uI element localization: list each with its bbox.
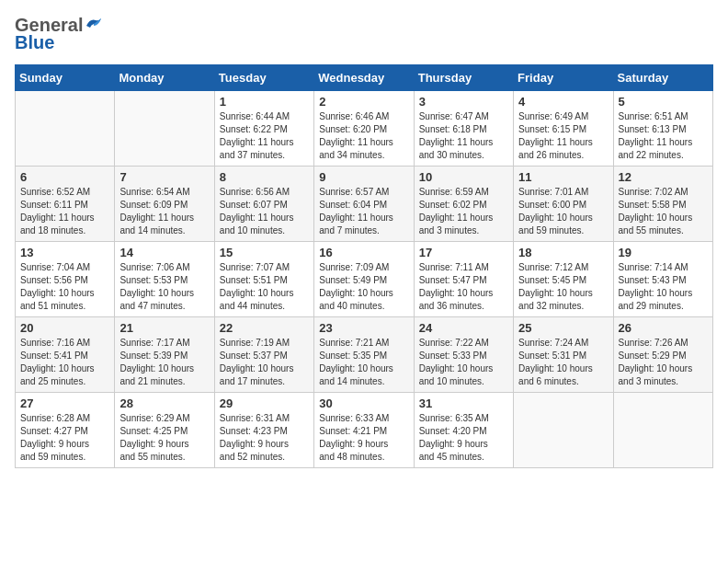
day-info: Sunrise: 7:06 AM Sunset: 5:53 PM Dayligh… <box>119 261 209 313</box>
day-number: 19 <box>619 246 708 259</box>
day-number: 29 <box>220 396 309 410</box>
day-number: 10 <box>419 170 508 184</box>
day-header-tuesday: Tuesday <box>214 65 313 91</box>
calendar-cell: 31Sunrise: 6:35 AM Sunset: 4:20 PM Dayli… <box>414 393 513 468</box>
calendar-cell: 27Sunrise: 6:28 AM Sunset: 4:27 PM Dayli… <box>16 393 115 468</box>
calendar-cell: 2Sunrise: 6:46 AM Sunset: 6:20 PM Daylig… <box>314 91 414 167</box>
calendar-week-row: 13Sunrise: 7:04 AM Sunset: 5:56 PM Dayli… <box>16 242 713 317</box>
day-info: Sunrise: 7:02 AM Sunset: 5:58 PM Dayligh… <box>619 186 708 237</box>
day-number: 5 <box>619 95 708 109</box>
day-number: 2 <box>319 95 408 109</box>
calendar-cell: 24Sunrise: 7:22 AM Sunset: 5:33 PM Dayli… <box>414 317 513 393</box>
day-info: Sunrise: 6:56 AM Sunset: 6:07 PM Dayligh… <box>220 186 309 237</box>
calendar-week-row: 1Sunrise: 6:44 AM Sunset: 6:22 PM Daylig… <box>16 91 713 167</box>
calendar-cell: 17Sunrise: 7:11 AM Sunset: 5:47 PM Dayli… <box>414 242 513 317</box>
calendar-cell: 1Sunrise: 6:44 AM Sunset: 6:22 PM Daylig… <box>214 91 313 167</box>
calendar-cell <box>613 393 712 468</box>
day-info: Sunrise: 6:54 AM Sunset: 6:09 PM Dayligh… <box>119 186 209 237</box>
calendar-cell: 6Sunrise: 6:52 AM Sunset: 6:11 PM Daylig… <box>16 167 115 242</box>
calendar-cell: 18Sunrise: 7:12 AM Sunset: 5:45 PM Dayli… <box>514 242 613 317</box>
calendar-week-row: 6Sunrise: 6:52 AM Sunset: 6:11 PM Daylig… <box>16 167 713 242</box>
day-header-sunday: Sunday <box>16 65 115 91</box>
day-number: 7 <box>119 170 209 184</box>
day-number: 12 <box>619 170 708 184</box>
calendar-cell: 10Sunrise: 6:59 AM Sunset: 6:02 PM Dayli… <box>414 167 513 242</box>
day-header-friday: Friday <box>514 65 613 91</box>
calendar-cell: 7Sunrise: 6:54 AM Sunset: 6:09 PM Daylig… <box>115 167 214 242</box>
day-header-saturday: Saturday <box>613 65 712 91</box>
logo-bird-icon <box>85 17 105 33</box>
day-number: 13 <box>20 246 109 259</box>
day-info: Sunrise: 7:17 AM Sunset: 5:39 PM Dayligh… <box>119 337 209 388</box>
day-info: Sunrise: 7:22 AM Sunset: 5:33 PM Dayligh… <box>419 337 508 388</box>
day-info: Sunrise: 6:57 AM Sunset: 6:04 PM Dayligh… <box>319 186 408 237</box>
calendar-cell: 28Sunrise: 6:29 AM Sunset: 4:25 PM Dayli… <box>115 393 214 468</box>
day-info: Sunrise: 6:47 AM Sunset: 6:18 PM Dayligh… <box>419 110 508 162</box>
day-info: Sunrise: 7:24 AM Sunset: 5:31 PM Dayligh… <box>518 337 608 388</box>
day-number: 27 <box>20 396 109 410</box>
day-number: 20 <box>20 321 109 335</box>
calendar-cell: 29Sunrise: 6:31 AM Sunset: 4:23 PM Dayli… <box>214 393 313 468</box>
day-number: 4 <box>518 95 608 109</box>
day-info: Sunrise: 6:44 AM Sunset: 6:22 PM Dayligh… <box>220 110 309 162</box>
day-info: Sunrise: 7:14 AM Sunset: 5:43 PM Dayligh… <box>619 261 708 313</box>
logo: General Blue <box>15 15 105 53</box>
day-info: Sunrise: 7:16 AM Sunset: 5:41 PM Dayligh… <box>20 337 109 388</box>
calendar-cell: 9Sunrise: 6:57 AM Sunset: 6:04 PM Daylig… <box>314 167 414 242</box>
day-info: Sunrise: 6:59 AM Sunset: 6:02 PM Dayligh… <box>419 186 508 237</box>
calendar-header-row: SundayMondayTuesdayWednesdayThursdayFrid… <box>16 65 713 91</box>
day-header-wednesday: Wednesday <box>314 65 414 91</box>
day-info: Sunrise: 6:31 AM Sunset: 4:23 PM Dayligh… <box>220 412 309 464</box>
calendar-cell: 25Sunrise: 7:24 AM Sunset: 5:31 PM Dayli… <box>514 317 613 393</box>
calendar-cell: 11Sunrise: 7:01 AM Sunset: 6:00 PM Dayli… <box>514 167 613 242</box>
day-number: 3 <box>419 95 508 109</box>
day-number: 1 <box>220 95 309 109</box>
logo-blue: Blue <box>15 32 54 53</box>
page-header: General Blue <box>15 15 713 53</box>
calendar-cell: 15Sunrise: 7:07 AM Sunset: 5:51 PM Dayli… <box>214 242 313 317</box>
calendar-cell: 16Sunrise: 7:09 AM Sunset: 5:49 PM Dayli… <box>314 242 414 317</box>
calendar-cell: 14Sunrise: 7:06 AM Sunset: 5:53 PM Dayli… <box>115 242 214 317</box>
day-number: 18 <box>518 246 608 259</box>
day-number: 30 <box>319 396 408 410</box>
calendar-cell: 22Sunrise: 7:19 AM Sunset: 5:37 PM Dayli… <box>214 317 313 393</box>
calendar-cell: 20Sunrise: 7:16 AM Sunset: 5:41 PM Dayli… <box>16 317 115 393</box>
day-number: 6 <box>20 170 109 184</box>
day-number: 26 <box>619 321 708 335</box>
calendar-cell: 26Sunrise: 7:26 AM Sunset: 5:29 PM Dayli… <box>613 317 712 393</box>
day-info: Sunrise: 7:12 AM Sunset: 5:45 PM Dayligh… <box>518 261 608 313</box>
day-header-monday: Monday <box>115 65 214 91</box>
day-number: 17 <box>419 246 508 259</box>
day-info: Sunrise: 6:35 AM Sunset: 4:20 PM Dayligh… <box>419 412 508 464</box>
day-info: Sunrise: 6:52 AM Sunset: 6:11 PM Dayligh… <box>20 186 109 237</box>
calendar-cell <box>16 91 115 167</box>
calendar-cell: 3Sunrise: 6:47 AM Sunset: 6:18 PM Daylig… <box>414 91 513 167</box>
day-info: Sunrise: 7:19 AM Sunset: 5:37 PM Dayligh… <box>220 337 309 388</box>
day-number: 21 <box>119 321 209 335</box>
calendar-cell: 5Sunrise: 6:51 AM Sunset: 6:13 PM Daylig… <box>613 91 712 167</box>
day-number: 16 <box>319 246 408 259</box>
day-info: Sunrise: 7:01 AM Sunset: 6:00 PM Dayligh… <box>518 186 608 237</box>
day-info: Sunrise: 6:29 AM Sunset: 4:25 PM Dayligh… <box>119 412 209 464</box>
calendar-week-row: 20Sunrise: 7:16 AM Sunset: 5:41 PM Dayli… <box>16 317 713 393</box>
calendar-cell: 8Sunrise: 6:56 AM Sunset: 6:07 PM Daylig… <box>214 167 313 242</box>
day-header-thursday: Thursday <box>414 65 513 91</box>
day-number: 31 <box>419 396 508 410</box>
day-number: 15 <box>220 246 309 259</box>
calendar-cell: 4Sunrise: 6:49 AM Sunset: 6:15 PM Daylig… <box>514 91 613 167</box>
day-info: Sunrise: 7:04 AM Sunset: 5:56 PM Dayligh… <box>20 261 109 313</box>
day-number: 8 <box>220 170 309 184</box>
day-info: Sunrise: 7:11 AM Sunset: 5:47 PM Dayligh… <box>419 261 508 313</box>
calendar-cell: 23Sunrise: 7:21 AM Sunset: 5:35 PM Dayli… <box>314 317 414 393</box>
day-info: Sunrise: 6:28 AM Sunset: 4:27 PM Dayligh… <box>20 412 109 464</box>
day-number: 23 <box>319 321 408 335</box>
day-number: 22 <box>220 321 309 335</box>
day-info: Sunrise: 6:46 AM Sunset: 6:20 PM Dayligh… <box>319 110 408 162</box>
calendar-cell: 13Sunrise: 7:04 AM Sunset: 5:56 PM Dayli… <box>16 242 115 317</box>
calendar-cell <box>514 393 613 468</box>
calendar-cell: 21Sunrise: 7:17 AM Sunset: 5:39 PM Dayli… <box>115 317 214 393</box>
day-number: 25 <box>518 321 608 335</box>
calendar-table: SundayMondayTuesdayWednesdayThursdayFrid… <box>15 64 713 468</box>
day-info: Sunrise: 6:51 AM Sunset: 6:13 PM Dayligh… <box>619 110 708 162</box>
day-number: 11 <box>518 170 608 184</box>
